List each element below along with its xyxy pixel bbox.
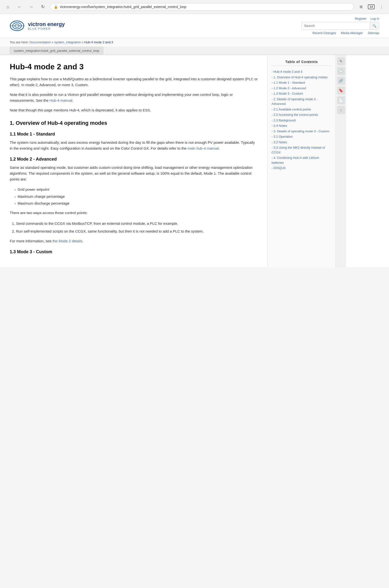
- numbered-list: Send commands to the CCGX via ModbusTCP,…: [16, 220, 258, 235]
- toc-title: Table of Contents: [272, 60, 332, 66]
- sub2-title: 1.2 Mode 2 - Advanced: [10, 157, 258, 162]
- breadcrumb-sep1: »: [52, 40, 54, 44]
- intro-paragraph-1: This page explains how to use a Multi/Qu…: [10, 76, 258, 88]
- scroll-top-icon-button[interactable]: ↑: [337, 106, 345, 114]
- bullets-list: Grid power setpoint Maximum charge perce…: [15, 186, 258, 207]
- toc-item-14: - 4. Combining Hub-4 with Lithium batter…: [272, 155, 332, 165]
- toc-collapse-button[interactable]: ▲: [307, 60, 310, 64]
- logo-text-block: victron energy BLUE POWER: [28, 21, 65, 30]
- history-icon-button[interactable]: 🕐: [337, 67, 345, 75]
- breadcrumb-documentation[interactable]: Documentation: [30, 40, 51, 44]
- toc-link-7[interactable]: - 2.2 Accessing the control points: [272, 112, 332, 117]
- header-top-links: Register Log In: [355, 17, 379, 20]
- content-area: Hub-4 mode 2 and 3 This page explains ho…: [0, 55, 267, 267]
- toc-item-7: - 2.2 Accessing the control points: [272, 112, 332, 117]
- edit-icon-button[interactable]: ✎: [337, 57, 345, 65]
- browser-chrome: ⌂ ← → ↻ 🔒 victronenergy.com/live/system_…: [0, 0, 389, 14]
- toc-link-4[interactable]: - 1.3 Mode 3 - Custom: [272, 91, 332, 96]
- intro2-suffix: .: [72, 98, 73, 103]
- toc-item-13: - 3.3 Using the MK2 directly instead of …: [272, 145, 332, 155]
- pdf-icon-button[interactable]: 📄: [337, 96, 345, 104]
- toc-link-1[interactable]: - 1. Overview of Hub-4 operating modes: [272, 75, 332, 80]
- toc-link-12[interactable]: - 3.2 Notes: [272, 140, 332, 145]
- toc-link-2[interactable]: - 1.1 Mode 1 - Standard: [272, 80, 332, 85]
- logo-name: victron energy: [28, 21, 65, 27]
- toc-link-9[interactable]: - 2.4 Notes: [272, 123, 332, 128]
- toc-link-3[interactable]: - 1.2 Mode 2 - Advanced: [272, 86, 332, 91]
- toc-item-2: - 1.1 Mode 1 - Standard: [272, 80, 332, 85]
- breadcrumb-system-integration[interactable]: system_integration: [54, 40, 81, 44]
- right-sidebar: ✎ 🕐 🔗 🔖 📄 ↑: [335, 55, 346, 267]
- toc-item-10: - 3. Details of operating mode 3 - Custo…: [272, 129, 332, 134]
- site-logo: victron energy BLUE POWER: [10, 20, 65, 32]
- logo-sub: BLUE POWER: [28, 27, 65, 30]
- intro2-prefix: Note that it is also possible to run a V…: [10, 92, 233, 103]
- back-button[interactable]: ←: [15, 2, 24, 11]
- section1-title: 1. Overview of Hub-4 operating modes: [10, 120, 258, 126]
- toc-link-6[interactable]: - 2.1 Available control points: [272, 107, 332, 112]
- toc-item-8: - 2.3 Background: [272, 118, 332, 123]
- toc-link-14[interactable]: - 4. Combining Hub-4 with Lithium batter…: [272, 155, 332, 165]
- toc-item-9: - 2.4 Notes: [272, 123, 332, 128]
- toc-item-5: - 2. Details of operating mode 2 - Advan…: [272, 97, 332, 106]
- search-bar: 🔍: [301, 22, 379, 30]
- extensions-button[interactable]: ⊞: [357, 3, 365, 11]
- url-text: victronenergy.com/live/system_integratio…: [60, 5, 350, 9]
- tab-label[interactable]: system_integration:hub4_grid_parallel_ex…: [10, 47, 103, 55]
- lock-icon: 🔒: [54, 5, 58, 9]
- nav-links: Recent Changes Media Manager Sitemap: [312, 31, 379, 35]
- more-info-suffix: .: [82, 239, 83, 243]
- media-manager-link[interactable]: Media Manager: [341, 31, 363, 35]
- access-intro: There are two ways access those control …: [10, 210, 258, 216]
- toc-item-1: - 1. Overview of Hub-4 operating modes: [272, 75, 332, 80]
- home-button[interactable]: ⌂: [3, 2, 12, 11]
- toc-link-11[interactable]: - 3.1 Operation: [272, 134, 332, 139]
- login-link[interactable]: Log In: [371, 17, 379, 20]
- breadcrumb-current: Hub-4 mode 2 and 3: [84, 40, 113, 44]
- breadcrumb: You are here: Documentation » system_int…: [0, 38, 389, 47]
- bullet-3: Maximum discharge percentage: [15, 200, 258, 207]
- toc-sidebar: ▲ Table of Contents - Hub-4 mode 2 and 3…: [267, 55, 335, 267]
- toc-item-6: - 2.1 Available control points: [272, 107, 332, 112]
- toc-link-10[interactable]: - 3. Details of operating mode 3 - Custo…: [272, 129, 332, 134]
- breadcrumb-sep2: »: [82, 40, 84, 44]
- page-title: Hub-4 mode 2 and 3: [10, 62, 258, 71]
- toc-link-8[interactable]: - 2.3 Background: [272, 118, 332, 123]
- numbered-item-1: Send commands to the CCGX via ModbusTCP,…: [16, 220, 258, 227]
- main-hub4-link[interactable]: main hub-4 manual: [188, 146, 219, 150]
- header-right: Register Log In 🔍 Recent Changes Media M…: [301, 17, 379, 35]
- search-input[interactable]: [302, 22, 370, 30]
- toc-item-11: - 3.1 Operation: [272, 134, 332, 139]
- toc-link-15[interactable]: - DISQUS: [272, 166, 332, 171]
- site-header: victron energy BLUE POWER Register Log I…: [0, 14, 389, 38]
- link-icon-button[interactable]: 🔗: [337, 77, 345, 85]
- hub4-manual-link[interactable]: Hub-4 manual: [49, 98, 72, 103]
- toc-link-5[interactable]: - 2. Details of operating mode 2 - Advan…: [272, 97, 332, 106]
- address-bar[interactable]: 🔒 victronenergy.com/live/system_integrat…: [50, 3, 354, 10]
- sub1-title: 1.1 Mode 1 - Standard: [10, 132, 258, 137]
- sub1-body: The system runs automatically, and uses …: [10, 140, 258, 151]
- toc-item-4: - 1.3 Mode 3 - Custom: [272, 91, 332, 96]
- tab-count-button[interactable]: 14: [367, 3, 375, 11]
- breadcrumb-prefix: You are here:: [10, 40, 29, 44]
- bullet-1: Grid power setpoint: [15, 186, 258, 193]
- recent-changes-link[interactable]: Recent Changes: [312, 31, 336, 35]
- toc-list: - Hub-4 mode 2 and 3- 1. Overview of Hub…: [272, 69, 332, 171]
- bullet-2: Maximum charge percentage: [15, 193, 258, 200]
- toc-item-0: - Hub-4 mode 2 and 3: [272, 69, 332, 74]
- sitemap-link[interactable]: Sitemap: [368, 31, 379, 35]
- sub2-body: Same as standard operating mode, but cus…: [10, 165, 258, 182]
- register-link[interactable]: Register: [355, 17, 366, 20]
- tab-bar: system_integration:hub4_grid_parallel_ex…: [0, 47, 389, 55]
- search-button[interactable]: 🔍: [370, 22, 379, 30]
- forward-button[interactable]: →: [27, 2, 35, 11]
- more-info-prefix: For more information, see: [10, 239, 53, 243]
- tab-count-badge: 14: [368, 4, 374, 9]
- more-info-para: For more information, see the Mode 2 det…: [10, 238, 258, 244]
- menu-button[interactable]: ⋮: [377, 3, 386, 11]
- toc-link-13[interactable]: - 3.3 Using the MK2 directly instead of …: [272, 145, 332, 155]
- mode2-details-link[interactable]: the Mode 2 details: [53, 239, 82, 243]
- toc-link-0[interactable]: - Hub-4 mode 2 and 3: [272, 69, 332, 74]
- reload-button[interactable]: ↻: [38, 2, 47, 11]
- bookmark-icon-button[interactable]: 🔖: [337, 87, 345, 94]
